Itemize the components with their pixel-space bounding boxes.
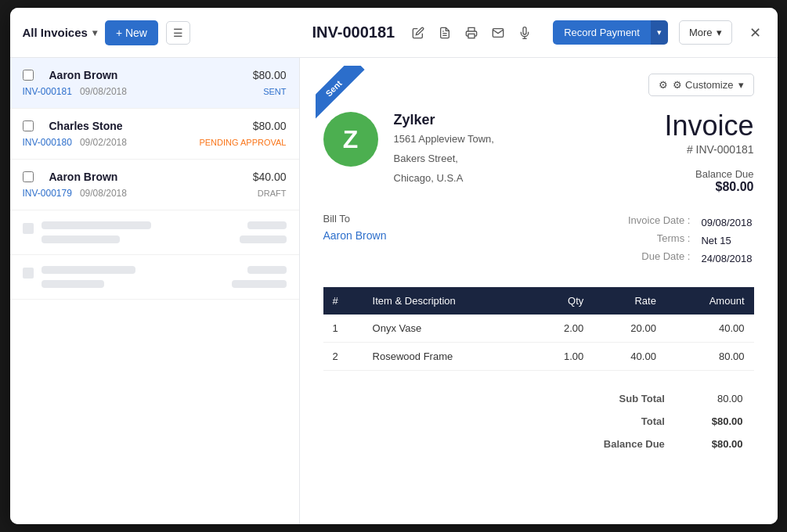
toolbar-left: All Invoices ▾ + New ☰ [23, 20, 312, 45]
customer-name: Aaron Brown [49, 171, 118, 183]
status-badge: PENDING APPROVAL [199, 138, 286, 147]
due-date-value: 24/08/2018 [701, 250, 752, 267]
terms-row: Terms : Net 15 [628, 232, 753, 249]
invoice-header-right: Invoice # INV-000181 Balance Due $80.00 [664, 112, 753, 194]
col-rate: Rate [593, 287, 666, 315]
record-payment-dropdown-button[interactable]: ▾ [651, 20, 668, 45]
customize-bar: ⚙ ⚙ Customize ▾ [323, 74, 754, 96]
edit-button[interactable] [409, 23, 428, 42]
invoice-date-row: Invoice Date : 09/08/2018 [628, 214, 753, 231]
list-item[interactable]: Aaron Brown $80.00 INV-000181 09/08/2018… [10, 58, 299, 109]
sub-total-row: Sub Total 80.00 [552, 388, 753, 409]
invoice-date: 09/02/2018 [80, 137, 127, 148]
app-window: All Invoices ▾ + New ☰ INV-000181 [10, 8, 778, 524]
items-table-header: # Item & Description Qty Rate Amount [323, 287, 754, 315]
item-qty: 2.00 [530, 315, 594, 343]
skeleton-item [10, 255, 299, 300]
invoice-number-display: # INV-000181 [664, 143, 753, 156]
ribbon-wrapper: Sent [316, 66, 378, 128]
invoice-checkbox-1[interactable] [23, 70, 34, 81]
sub-total-value: 80.00 [676, 388, 753, 409]
item-amount: 80.00 [666, 343, 754, 371]
col-qty: Qty [530, 287, 594, 315]
email-icon [492, 27, 504, 39]
email-button[interactable] [489, 23, 507, 42]
print-icon [465, 27, 478, 39]
skeleton-line [42, 280, 104, 288]
new-button[interactable]: + New [105, 20, 158, 45]
table-row: 2 Rosewood Frame 1.00 40.00 80.00 [323, 343, 754, 371]
toolbar: All Invoices ▾ + New ☰ INV-000181 [10, 8, 778, 58]
bill-to-label: Bill To [323, 213, 387, 225]
invoice-big-title: Invoice [664, 112, 753, 140]
invoice-checkbox-2[interactable] [23, 120, 34, 131]
microphone-button[interactable] [515, 23, 534, 42]
invoice-detail: Sent ⚙ ⚙ Customize ▾ Z Zylker [300, 58, 778, 524]
items-table-header-row: # Item & Description Qty Rate Amount [323, 287, 754, 315]
customize-label: ⚙ Customize [673, 79, 733, 91]
company-logo-letter: Z [343, 125, 359, 154]
skeleton-line [42, 266, 135, 274]
skeleton-line [42, 235, 120, 243]
all-invoices-button[interactable]: All Invoices ▾ [23, 26, 97, 39]
hamburger-button[interactable]: ☰ [166, 21, 190, 45]
invoice-number: INV-000179 [23, 188, 72, 199]
toolbar-center: INV-000181 Record Payment [312, 20, 765, 45]
status-badge: DRAFT [258, 189, 287, 198]
skeleton-line [247, 221, 287, 229]
customize-chevron-icon: ▾ [738, 79, 744, 91]
invoice-meta: INV-000179 09/08/2018 [23, 188, 127, 199]
more-label: More [689, 27, 713, 38]
skeleton-row [42, 221, 287, 229]
svg-rect-2 [468, 34, 475, 38]
invoice-number: INV-000181 [23, 86, 72, 97]
company-name: Zylker [394, 112, 494, 128]
bill-to-section: Bill To Aaron Brown [323, 213, 387, 268]
skeleton-line [240, 235, 287, 243]
record-payment-group: Record Payment ▾ [553, 20, 668, 45]
company-address-line2: Bakers Street, [394, 151, 494, 167]
invoice-date: 09/08/2018 [80, 188, 127, 199]
col-description: Item & Description [363, 287, 530, 315]
company-info: Zylker 1561 Appleview Town, Bakers Stree… [394, 112, 494, 186]
customize-button[interactable]: ⚙ ⚙ Customize ▾ [648, 74, 753, 96]
record-payment-button[interactable]: Record Payment [553, 20, 651, 45]
skeleton-item [10, 210, 299, 255]
items-table-body: 1 Onyx Vase 2.00 20.00 40.00 2 Rosewood … [323, 315, 754, 371]
invoice-row-top: Aaron Brown $80.00 [23, 69, 287, 81]
items-table: # Item & Description Qty Rate Amount 1 O… [323, 287, 754, 371]
invoice-row-top: Aaron Brown $40.00 [23, 171, 287, 183]
item-amount: 40.00 [666, 315, 754, 343]
invoice-number: INV-000180 [23, 137, 72, 148]
list-item[interactable]: Aaron Brown $40.00 INV-000179 09/08/2018… [10, 160, 299, 210]
skeleton-checkbox [23, 223, 34, 234]
totals-section: Sub Total 80.00 Total $80.00 Balance Due… [323, 386, 754, 456]
skeleton-row [42, 235, 287, 243]
pdf-button[interactable] [435, 23, 454, 42]
invoice-checkbox-3[interactable] [23, 171, 34, 182]
item-description: Rosewood Frame [363, 343, 530, 371]
skeleton-checkbox [23, 268, 34, 279]
skeleton-row [42, 280, 287, 288]
list-item[interactable]: Charles Stone $80.00 INV-000180 09/02/20… [10, 109, 299, 160]
invoice-amount: $80.00 [253, 69, 287, 81]
close-button[interactable]: ✕ [746, 21, 764, 45]
more-button[interactable]: More ▾ [679, 20, 732, 45]
invoice-title: INV-000181 [312, 23, 395, 41]
bill-to-name: Aaron Brown [323, 229, 387, 242]
due-date-label: Due Date : [628, 250, 700, 267]
invoice-amount: $80.00 [253, 120, 287, 132]
invoice-meta: INV-000180 09/02/2018 [23, 137, 127, 148]
total-value: $80.00 [676, 411, 753, 432]
chevron-down-icon: ▾ [92, 27, 97, 38]
skeleton-line [42, 221, 151, 229]
invoice-amount: $40.00 [253, 171, 287, 183]
balance-due-row-label: Balance Due [552, 433, 674, 455]
print-button[interactable] [462, 23, 481, 42]
item-description: Onyx Vase [363, 315, 530, 343]
skeleton-line [232, 280, 287, 288]
hamburger-icon: ☰ [173, 27, 183, 39]
balance-due-totals-row: Balance Due $80.00 [552, 433, 753, 455]
terms-label: Terms : [628, 232, 700, 249]
skeleton-line [247, 266, 287, 274]
